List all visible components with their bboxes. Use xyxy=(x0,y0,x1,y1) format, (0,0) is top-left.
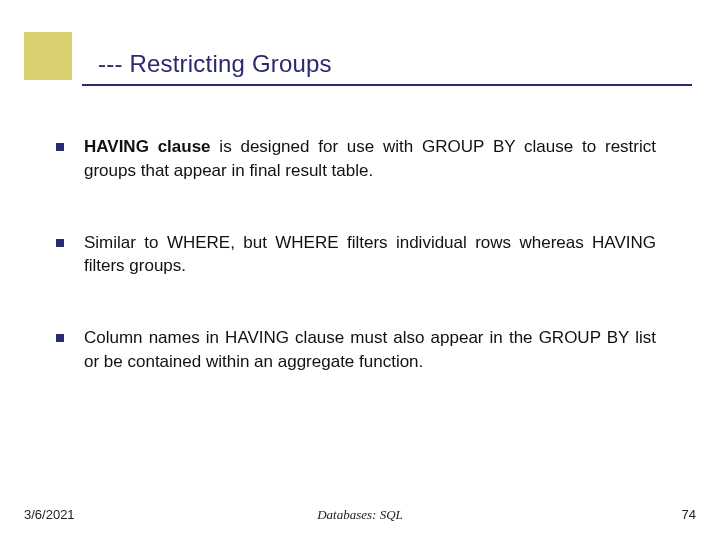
bullet-text: HAVING clause is designed for use with G… xyxy=(84,135,656,183)
footer-page-number: 74 xyxy=(682,507,696,522)
bullet-rest: Similar to WHERE, but WHERE filters indi… xyxy=(84,233,656,276)
content-area: HAVING clause is designed for use with G… xyxy=(56,135,656,422)
list-item: Column names in HAVING clause must also … xyxy=(56,326,656,374)
accent-box xyxy=(24,32,72,80)
footer-title: Databases: SQL xyxy=(317,507,403,523)
slide-title: --- Restricting Groups xyxy=(98,50,332,78)
title-underline xyxy=(82,84,692,86)
slide: --- Restricting Groups HAVING clause is … xyxy=(0,0,720,540)
list-item: Similar to WHERE, but WHERE filters indi… xyxy=(56,231,656,279)
bullet-text: Similar to WHERE, but WHERE filters indi… xyxy=(84,231,656,279)
bullet-text: Column names in HAVING clause must also … xyxy=(84,326,656,374)
footer-date: 3/6/2021 xyxy=(24,507,75,522)
title-block: --- Restricting Groups xyxy=(98,50,332,78)
bullet-icon xyxy=(56,239,64,247)
bullet-rest: Column names in HAVING clause must also … xyxy=(84,328,656,371)
list-item: HAVING clause is designed for use with G… xyxy=(56,135,656,183)
bullet-bold: HAVING clause xyxy=(84,137,211,156)
bullet-icon xyxy=(56,143,64,151)
bullet-icon xyxy=(56,334,64,342)
footer: 3/6/2021 Databases: SQL 74 xyxy=(0,507,720,522)
